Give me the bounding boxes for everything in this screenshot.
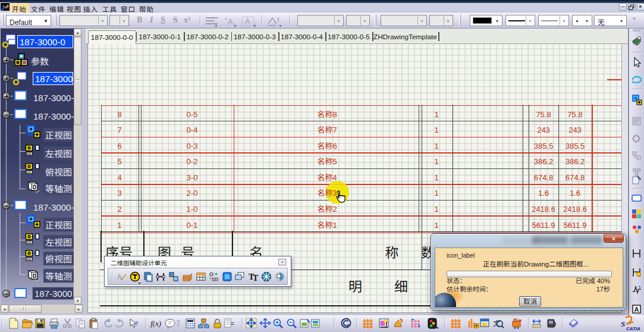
svg-text:A: A	[245, 17, 250, 26]
svg-text:=: =	[231, 319, 234, 328]
svg-text:?: ?	[135, 320, 139, 327]
svg-text:CATIA: CATIA	[626, 326, 640, 331]
svg-text:A: A	[634, 306, 639, 313]
svg-text:A: A	[228, 17, 233, 26]
svg-text:S: S	[621, 320, 625, 328]
svg-text:f(x): f(x)	[150, 319, 161, 328]
svg-text:+: +	[224, 16, 227, 23]
svg-text:T: T	[253, 274, 259, 283]
